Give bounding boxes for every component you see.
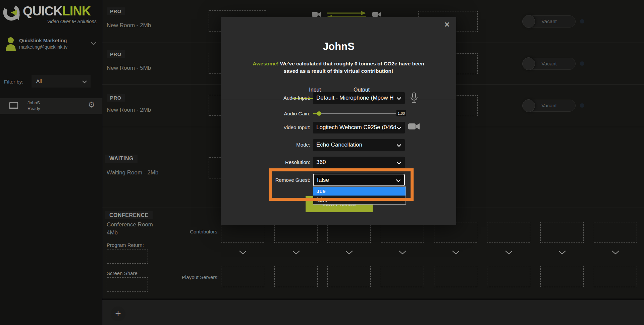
room-badge-conference: CONFERENCE (105, 211, 153, 219)
room-name-line1: Conference Room - (107, 221, 156, 228)
user-menu-chevron-down-icon[interactable] (91, 42, 97, 45)
playout-slot[interactable] (540, 266, 584, 287)
sidebar: QUICKLINK Video Over IP Solutions Quickl… (0, 0, 102, 325)
vacant-toggle[interactable]: Vacant (523, 100, 576, 112)
vacant-label: Vacant (523, 61, 575, 66)
playout-slot[interactable] (594, 266, 637, 287)
microphone-icon (409, 92, 419, 104)
co2-message: Awesome! We've calculated that roughly 0… (248, 60, 429, 75)
contributors-label: Contributors: (161, 229, 219, 234)
mode-value: Echo Cancellation (316, 142, 362, 148)
add-room-button[interactable]: + (111, 307, 125, 321)
playout-slot[interactable] (434, 266, 477, 287)
audio-input-value: Default - Microphone (Mpow H (316, 95, 394, 101)
slot-chevron-down-icon[interactable] (594, 250, 637, 256)
device-status: Ready (28, 106, 40, 111)
slot-chevron-down-icon[interactable] (540, 250, 584, 256)
audio-gain-value: 1.00 (396, 110, 406, 116)
mode-select[interactable]: Echo Cancellation (313, 139, 405, 151)
room-badge-waiting: WAITING (105, 155, 138, 163)
laptop-icon (8, 102, 19, 111)
remove-guest-select[interactable]: false (313, 174, 405, 186)
contributor-slot[interactable] (487, 222, 530, 243)
contributor-slot[interactable] (221, 222, 264, 243)
slot-chevron-down-icon[interactable] (274, 250, 318, 256)
room-name: New Room - 5Mb (107, 65, 151, 71)
contributor-slot[interactable] (540, 222, 584, 243)
resolution-select[interactable]: 360 (313, 157, 405, 168)
chevron-down-icon (396, 144, 401, 147)
vacant-label: Vacant (523, 103, 575, 108)
video-input-label: Video Input: (240, 124, 310, 130)
slot-chevron-down-icon[interactable] (434, 250, 477, 256)
audio-input-select[interactable]: Default - Microphone (Mpow H (313, 92, 405, 104)
co2-message-rest: We've calculated that roughly 0 tonnes o… (279, 61, 424, 74)
program-return-label: Program Return: (107, 242, 144, 248)
video-camera-icon (312, 11, 321, 18)
remove-guest-dropdown: true false (313, 186, 406, 205)
modal-title: JohnS (221, 41, 456, 53)
mode-label: Mode: (240, 142, 310, 148)
status-dot (580, 19, 584, 23)
playout-servers-label: Playout Servers: (161, 274, 219, 280)
logo-link: LINK (62, 4, 91, 18)
room-name: New Room - 2Mb (107, 22, 151, 29)
guest-settings-modal: ✕ JohnS Awesome! We've calculated that r… (221, 17, 456, 225)
close-icon[interactable]: ✕ (444, 20, 450, 29)
video-input-value: Logitech Webcam C925e (046d (316, 124, 396, 131)
playout-slot[interactable] (221, 266, 264, 287)
quicklink-logo: QUICKLINK Video Over IP Solutions (2, 2, 98, 26)
resolution-value: 360 (316, 159, 326, 166)
video-camera-icon (372, 11, 381, 18)
room-name: New Room - 2Mb (107, 107, 151, 113)
contributor-slot[interactable] (381, 222, 424, 243)
room-badge-pro: PRO (107, 50, 125, 58)
device-item-johns[interactable]: JohnS Ready ⚙ (0, 98, 102, 114)
slot-chevron-down-icon[interactable] (381, 250, 424, 256)
screen-share-label: Screen Share (107, 270, 138, 276)
filter-select[interactable]: All (32, 75, 91, 88)
vacant-toggle[interactable]: Vacant (523, 58, 576, 70)
resolution-label: Resolution: (240, 159, 310, 165)
vacant-toggle[interactable]: Vacant (523, 15, 576, 28)
user-name: Quicklink Marketing (19, 38, 67, 43)
dropdown-option-true[interactable]: true (313, 187, 406, 196)
user-avatar-icon (5, 37, 16, 51)
dropdown-option-false[interactable]: false (313, 196, 406, 204)
slider-thumb[interactable] (317, 111, 321, 116)
playout-slot[interactable] (274, 266, 318, 287)
chevron-down-icon (396, 161, 401, 164)
playout-slot[interactable] (381, 266, 424, 287)
contributor-slot[interactable] (274, 222, 318, 243)
filter-value: All (36, 78, 42, 84)
gear-icon[interactable]: ⚙ (88, 101, 95, 109)
contributor-slot[interactable] (594, 222, 637, 243)
slot-chevron-down-icon[interactable] (487, 250, 530, 256)
video-camera-icon (408, 122, 420, 130)
filter-label: Filter by: (4, 79, 23, 85)
room-badge-pro: PRO (107, 7, 125, 15)
app-screen: QUICKLINK Video Over IP Solutions Quickl… (0, 0, 644, 325)
remove-guest-label: Remove Guest: (240, 177, 310, 183)
playout-slot[interactable] (487, 266, 530, 287)
contributor-slot[interactable] (434, 222, 477, 243)
audio-gain-slider[interactable] (313, 111, 396, 116)
chevron-down-icon (396, 97, 401, 100)
playout-slot[interactable] (327, 266, 371, 287)
status-dot (580, 61, 584, 66)
screen-share-slot[interactable] (107, 277, 148, 292)
program-return-slot[interactable] (107, 250, 148, 264)
room-badge-pro: PRO (107, 94, 125, 102)
logo-quick: QUICK (23, 4, 62, 18)
chevron-down-icon (396, 126, 401, 129)
plus-icon: + (115, 308, 121, 319)
logo-wordmark: QUICKLINK (23, 4, 91, 18)
slot-chevron-down-icon[interactable] (221, 250, 264, 256)
contributor-slot[interactable] (327, 222, 371, 243)
user-email: marketing@quicklink.tv (19, 44, 67, 50)
video-input-select[interactable]: Logitech Webcam C925e (046d (313, 122, 405, 133)
room-name-line2: 4Mb (107, 229, 118, 236)
status-dot (580, 103, 584, 108)
slider-track[interactable] (313, 113, 396, 114)
slot-chevron-down-icon[interactable] (327, 250, 371, 256)
